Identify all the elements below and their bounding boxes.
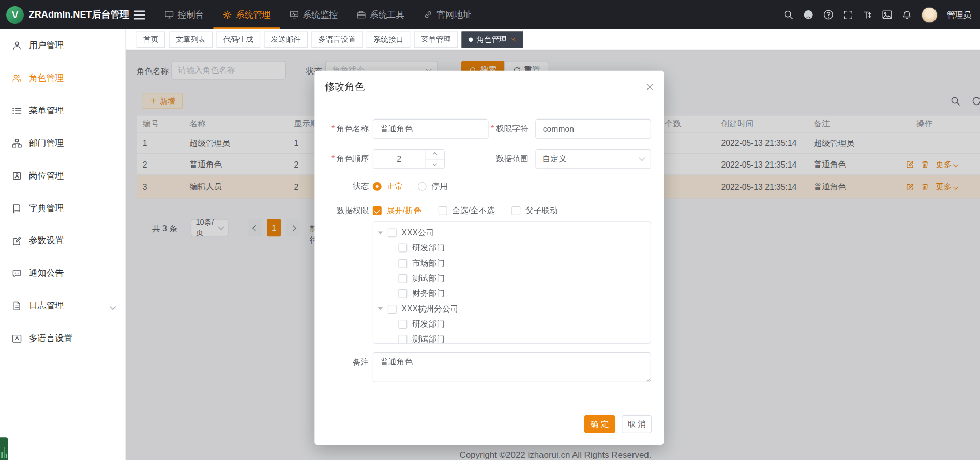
github-icon[interactable] (803, 9, 814, 20)
radio-disabled[interactable]: 停用 (418, 181, 448, 192)
edit-role-dialog: 修改角色 *角色名称 *权限字符 *角色顺序 数据范围 自定义 状态 正常 停用… (314, 71, 664, 445)
nav-item-system-manage[interactable]: 系统管理 (213, 0, 280, 29)
tree-node-dept[interactable]: 财务部门 (373, 286, 651, 301)
tab-system-api[interactable]: 系统接口 (367, 31, 411, 47)
sidebar-item-label: 岗位管理 (29, 170, 64, 182)
checkbox-icon[interactable] (398, 244, 407, 253)
sidebar-item-menus[interactable]: 菜单管理 (0, 95, 125, 127)
tab-label: 系统接口 (373, 34, 403, 45)
radio-icon (373, 182, 382, 191)
username[interactable]: 管理员 (947, 9, 971, 21)
sidebar: 用户管理 角色管理 菜单管理 部门管理 岗位管理 字典管理 参数设置 通知公告 (0, 29, 126, 460)
tree-node-dept[interactable]: 测试部门 (373, 332, 651, 344)
status-label: 状态 (314, 176, 369, 197)
checkbox-icon[interactable] (398, 335, 407, 344)
sidebar-item-label: 部门管理 (29, 138, 64, 149)
checkbox-icon[interactable] (398, 274, 407, 283)
chevron-down-icon (639, 155, 645, 161)
sidebar-item-label: 用户管理 (29, 40, 64, 51)
header-actions: 管理员 (783, 7, 980, 23)
tab-languages[interactable]: 多语言设置 (311, 31, 363, 47)
select-value: 自定义 (542, 153, 567, 165)
tab-send-mail[interactable]: 发送邮件 (264, 31, 308, 47)
sidebar-item-parameters[interactable]: 参数设置 (0, 225, 125, 257)
sidebar-toggle-icon[interactable] (134, 10, 145, 19)
floating-widget[interactable] (0, 437, 8, 460)
sidebar-item-label: 参数设置 (29, 235, 64, 247)
nav-label: 控制台 (177, 9, 204, 21)
radio-normal[interactable]: 正常 (373, 181, 403, 192)
nav-label: 官网地址 (436, 9, 472, 21)
comment-icon (12, 269, 22, 278)
tree-node-label: 测试部门 (412, 273, 445, 284)
help-icon[interactable] (823, 9, 834, 20)
field-label: 权限字符 (496, 124, 529, 133)
dialog-title: 修改角色 (325, 81, 365, 94)
required-mark: * (331, 154, 335, 164)
remark-textarea[interactable]: 普通角色 (373, 352, 651, 382)
sidebar-item-users[interactable]: 用户管理 (0, 29, 125, 62)
confirm-button[interactable]: 确 定 (584, 415, 615, 433)
search-icon[interactable] (783, 9, 794, 20)
id-badge-icon (12, 171, 22, 181)
tab-menu-manage[interactable]: 菜单管理 (414, 31, 458, 47)
sidebar-item-notices[interactable]: 通知公告 (0, 257, 125, 290)
caret-down-icon[interactable] (378, 231, 383, 234)
role-name-input[interactable] (373, 119, 489, 139)
checkbox-icon[interactable] (398, 289, 407, 298)
sidebar-item-logs[interactable]: 日志管理 (0, 290, 125, 322)
tab-code-gen[interactable]: 代码生成 (216, 31, 260, 47)
font-size-icon[interactable] (863, 10, 872, 20)
sidebar-item-label: 字典管理 (29, 203, 64, 214)
data-scope-label: 数据范围 (474, 149, 529, 169)
sidebar-item-dictionary[interactable]: 字典管理 (0, 192, 125, 225)
stepper-controls (425, 150, 444, 168)
checkbox-icon[interactable] (398, 320, 407, 329)
tree-node-dept[interactable]: 市场部门 (373, 256, 651, 271)
bell-icon[interactable] (902, 10, 912, 20)
fullscreen-icon[interactable] (843, 10, 853, 20)
field-label: 角色顺序 (337, 154, 369, 164)
nav-label: 系统管理 (236, 9, 271, 21)
tab-article-list[interactable]: 文章列表 (169, 31, 213, 47)
cancel-button[interactable]: 取 消 (622, 415, 652, 433)
nav-item-console[interactable]: 控制台 (155, 0, 213, 29)
sidebar-item-posts[interactable]: 岗位管理 (0, 159, 125, 192)
tree-node-company[interactable]: XXX公司 (373, 225, 651, 240)
sidebar-item-label: 多语言设置 (29, 333, 73, 344)
sidebar-item-languages[interactable]: 多语言设置 (0, 322, 125, 355)
avatar[interactable] (921, 7, 937, 23)
role-order-input[interactable] (373, 150, 425, 168)
close-icon[interactable] (645, 83, 654, 92)
tab-home[interactable]: 首页 (137, 31, 165, 47)
sidebar-item-label: 角色管理 (29, 72, 64, 84)
caret-down-icon[interactable] (378, 307, 383, 310)
translate-icon (12, 334, 22, 344)
tree-node-dept[interactable]: 测试部门 (373, 271, 651, 286)
close-icon[interactable] (510, 37, 516, 42)
screenshot-icon[interactable] (882, 9, 893, 20)
data-perm-label: 数据权限 (314, 201, 369, 221)
decrease-button[interactable] (425, 159, 444, 169)
nav-item-official-site[interactable]: 官网地址 (414, 0, 481, 29)
expand-collapse-checkbox[interactable]: 展开/折叠 (373, 205, 421, 217)
data-scope-select[interactable]: 自定义 (535, 149, 651, 169)
tree-node-dept[interactable]: 研发部门 (373, 241, 651, 256)
sidebar-item-roles[interactable]: 角色管理 (0, 62, 125, 95)
increase-button[interactable] (425, 150, 444, 159)
select-all-checkbox[interactable]: 全选/全不选 (438, 205, 495, 217)
app-logo[interactable]: V ZRAdmin.NET后台管理 (0, 0, 126, 29)
checkbox-icon[interactable] (398, 259, 407, 268)
user-icon (12, 41, 22, 51)
nav-item-system-tools[interactable]: 系统工具 (347, 0, 414, 29)
perm-char-input[interactable] (535, 119, 651, 139)
tree-node-dept[interactable]: 研发部门 (373, 317, 651, 332)
field-label: 数据范围 (496, 154, 529, 164)
tree-node-branch[interactable]: XXX杭州分公司 (373, 301, 651, 316)
checkbox-icon[interactable] (388, 305, 397, 314)
checkbox-icon[interactable] (388, 229, 397, 238)
nav-item-system-monitor[interactable]: 系统监控 (280, 0, 347, 29)
sidebar-item-departments[interactable]: 部门管理 (0, 127, 125, 160)
tab-role-manage[interactable]: 角色管理 (462, 31, 523, 47)
parent-child-link-checkbox[interactable]: 父子联动 (512, 205, 558, 217)
